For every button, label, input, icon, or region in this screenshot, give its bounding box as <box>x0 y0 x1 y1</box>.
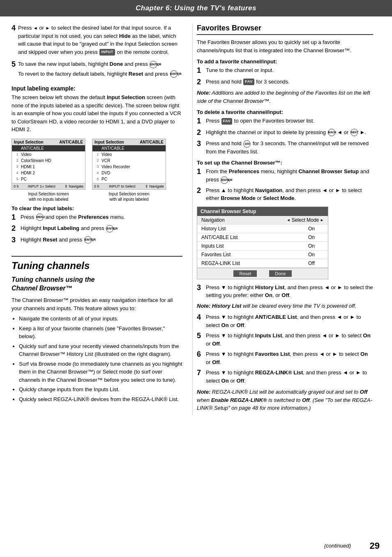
done-bold: Done <box>110 61 123 67</box>
screen-right-row-0: ANT/CABLE <box>92 145 166 151</box>
row-label-3: HDMI 1 <box>21 165 35 169</box>
bullet-6: Quickly select REGZA-LINK® devices from … <box>19 395 182 404</box>
input-button: INPUT <box>99 49 115 56</box>
off-bold-7: Off <box>236 378 244 384</box>
add-fav-title: To add a favorite channel/input: <box>197 58 373 65</box>
menu-button: MENU <box>36 214 44 221</box>
cb-fav-row: Favorites List On <box>197 251 328 259</box>
cb-inputs-row: Inputs List On <box>197 242 328 251</box>
step-5-content: To save the new input labels, highlight … <box>18 60 182 78</box>
cb-step-6-num: 6 <box>197 350 203 359</box>
on-bold-5: On <box>363 332 371 339</box>
hl-history: History List <box>255 284 285 290</box>
example-title: Input labeling example: <box>12 85 182 92</box>
row-label-4: HDMI 2 <box>21 171 35 175</box>
screen-right-footer: 0 5 INPUT to Select ⇕ Navigate <box>92 183 166 189</box>
fav-browser-title: Favorites Browser <box>197 24 373 35</box>
screen-left-container: Input Selection ANT/CABLE ANT/CABLE 1 Vi… <box>12 139 85 202</box>
cb-regza-row: REGZA-LINK List Off <box>197 259 328 268</box>
hl-fav: Favorites List <box>255 351 290 357</box>
rrow-label-4: DVD <box>101 171 110 175</box>
cb-setup-title: To set up the Channel Browser™: <box>197 160 373 166</box>
screen-right-title: Input Selection <box>95 140 124 144</box>
step-5-revert: To revert to the factory default labels,… <box>18 70 182 78</box>
row-label-0: ANT/CABLE <box>21 146 44 151</box>
cb-step-6-content: Press ▼ to highlight Favorites List, the… <box>206 350 373 366</box>
cb-nav-label: Navigation <box>201 217 286 223</box>
screen-left-row-4: 4 HDMI 2 <box>12 170 85 176</box>
rrow-label-3: Video Recorder <box>101 165 130 169</box>
screen-left-row-2: 2 ColorStream HD <box>12 158 85 164</box>
delete-fav-title: To delete a favorite channel/input: <box>197 109 373 115</box>
screen-right-container: Input Selection ANT/CABLE ANT/CABLE 1 Vi… <box>92 139 166 202</box>
screen-left-title: Input Selection <box>14 140 44 144</box>
bullet-3: Quickly surf and tune your recently view… <box>19 342 182 358</box>
bm-bold: Browse Mode <box>221 195 256 201</box>
cb-footer: Reset Done <box>197 268 328 279</box>
il-bold: Input Labeling <box>43 225 79 231</box>
input-selection-bold: Input Selection <box>107 94 145 100</box>
cb-nav-val: Select Mode <box>291 217 319 223</box>
off-bold-3: Off <box>281 292 289 298</box>
cb-regza-val: Off <box>299 260 324 266</box>
history-note: Note: History List will be cleared every… <box>197 302 373 310</box>
cb-step-3-num: 3 <box>197 283 203 292</box>
chapter-title: Chapter 6: Using the TV's features <box>136 4 256 12</box>
footer-left: 0 5 <box>14 184 19 188</box>
screen-left-ant: ANT/CABLE <box>59 140 83 144</box>
clear-step-3-content: Highlight Reset and press ENTER. <box>21 236 182 244</box>
cb-step-2: 2 Press ▲ to highlight Navigation, and t… <box>197 186 373 202</box>
cb-step-5: 5 Press ▼ to highlight Inputs List, and … <box>197 332 373 348</box>
clear-step-3: 3 Highlight Reset and press ENTER. <box>12 236 182 245</box>
add-step-1: 1 Tune to the channel or input. <box>197 66 373 75</box>
rrow-num-3: 3 <box>96 165 100 169</box>
cb-reset-btn[interactable]: Reset <box>233 270 257 277</box>
back-button: BACK <box>328 129 335 136</box>
screen-left: Input Selection ANT/CABLE ANT/CABLE 1 Vi… <box>12 139 85 190</box>
del-step-3-num: 3 <box>197 139 203 149</box>
del-step-2-num: 2 <box>197 128 203 137</box>
add-step-1-content: Tune to the channel or input. <box>206 66 373 74</box>
cb-table: Channel Browser Setup Navigation ◄ Selec… <box>197 207 328 279</box>
rrow-num-2: 2 <box>96 158 100 162</box>
final-note: Note: REGZA-LINK® List will be automatic… <box>197 388 373 412</box>
left-arrow: ◄ <box>33 25 38 32</box>
row-num-4: 4 <box>15 171 19 175</box>
screen-left-row-1: 1 Video <box>12 151 85 158</box>
cb-step-7-num: 7 <box>197 369 203 378</box>
rrow-label-2: VCR <box>101 158 110 163</box>
cb-step-4-num: 4 <box>197 313 203 322</box>
hl-ant: ANT/CABLE List <box>255 314 297 320</box>
row-label-1: Video <box>21 152 31 157</box>
clear-step-1: 1 Press MENU and open the Preferences me… <box>12 213 182 222</box>
screen-right-row-4: 4 DVD <box>92 170 166 176</box>
screen-right: Input Selection ANT/CABLE ANT/CABLE 1 Vi… <box>92 139 166 190</box>
clear-step-3-num: 3 <box>12 236 18 245</box>
rrow-label-1: Video <box>101 152 112 157</box>
left-tri[interactable]: ◄ <box>286 218 290 222</box>
off-bold-4: Off <box>236 322 244 328</box>
on-bold-7: On <box>221 378 229 384</box>
hl-inputs: Inputs List <box>255 332 282 339</box>
screen-right-row-3: 3 Video Recorder <box>92 164 166 170</box>
cb-step-3: 3 Press ▼ to highlight History List, and… <box>197 283 373 299</box>
del-step-1-num: 1 <box>197 117 203 126</box>
page: Chapter 6: Using the TV's features 4 Pre… <box>0 0 392 557</box>
left-column: 4 Press ◄ or ► to select the desired lab… <box>12 24 192 415</box>
input-labeling-example: Input labeling example: The screen below… <box>12 82 182 247</box>
cb-step-2-num: 2 <box>197 186 203 195</box>
add-note: Note: Additions are added to the beginni… <box>197 89 373 105</box>
info-button: 100 <box>243 140 251 148</box>
tuning-subsection-title: Tuning channels using theChannel Browser… <box>12 276 182 293</box>
cb-done-btn[interactable]: Done <box>269 270 291 277</box>
right-tri[interactable]: ► <box>320 218 324 222</box>
screen-left-footer: 0 5 INPUT 1= Select ⇕ Navigate <box>12 183 85 189</box>
rfooter-mid: INPUT to Select <box>109 184 135 188</box>
main-content: 4 Press ◄ or ► to select the desired lab… <box>0 24 392 415</box>
fav-button-2: FAV <box>221 118 232 125</box>
off-bold-5: Off <box>212 341 220 347</box>
screen-left-row-5: 5 PC <box>12 176 85 182</box>
fav-button-1: FAV <box>243 79 254 85</box>
cb-step-6: 6 Press ▼ to highlight Favorites List, t… <box>197 350 373 366</box>
sm-bold: Select Mode <box>263 195 294 201</box>
